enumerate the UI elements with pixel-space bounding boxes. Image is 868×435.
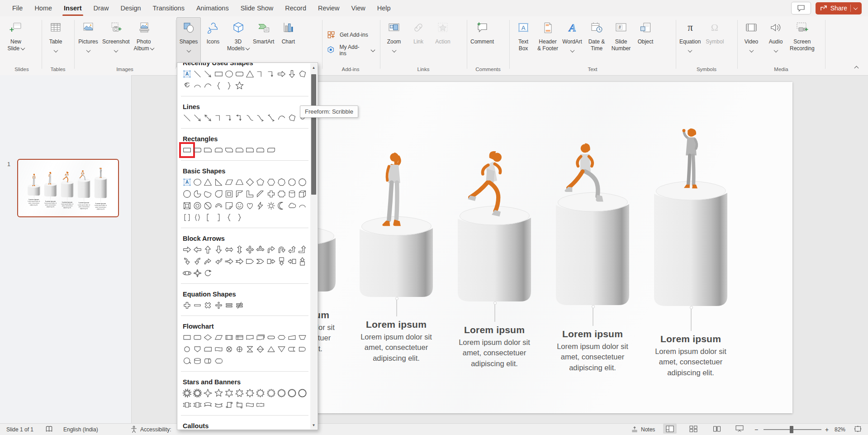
zoom-slider[interactable] — [764, 424, 821, 435]
shape-left-right-up-arrow-icon[interactable] — [256, 245, 265, 254]
shape-delay-icon[interactable] — [298, 344, 307, 354]
shape-snip-diagonal-icon[interactable] — [224, 145, 234, 155]
menu-tab-animations[interactable]: Animations — [190, 0, 235, 16]
shape-or-icon[interactable] — [235, 344, 244, 354]
shape-summing-junction-icon[interactable] — [224, 344, 234, 354]
shape-alternate-process-icon[interactable] — [193, 333, 202, 342]
my-addins-button[interactable]: My Add-ins — [323, 43, 378, 58]
shape-quad-arrow-icon[interactable] — [245, 245, 255, 254]
shape-right-brace-icon[interactable] — [235, 213, 244, 222]
zoom-button[interactable]: Zoom — [382, 17, 406, 68]
figure-lunging[interactable] — [79, 170, 88, 181]
shape-right-arrow-icon[interactable] — [277, 69, 286, 79]
shape-left-bracket-icon[interactable] — [203, 213, 213, 222]
shape-double-wave-icon[interactable] — [256, 400, 265, 410]
shape-left-arrow-icon[interactable] — [193, 245, 202, 254]
notes-toggle[interactable]: Notes — [631, 424, 655, 435]
column-heading[interactable]: Lorem ipsum — [92, 203, 109, 205]
shape-not-equal-icon[interactable] — [235, 301, 244, 310]
column-heading[interactable]: Lorem ipsum — [76, 202, 93, 204]
shape-teardrop-icon[interactable] — [214, 189, 223, 199]
chart-button[interactable]: Chart — [276, 17, 300, 68]
shape-chevron-arrow-icon[interactable] — [256, 257, 265, 266]
figure-presenting[interactable] — [674, 127, 708, 195]
shape-block-arc-icon[interactable] — [214, 201, 223, 210]
view-slideshow-button[interactable] — [733, 424, 746, 434]
shape-horizontal-scroll-icon[interactable] — [235, 400, 244, 410]
shape-diamond-icon[interactable] — [245, 177, 255, 187]
menu-tab-review[interactable]: Review — [312, 0, 346, 16]
symbol-button[interactable]: ΩSymbol — [702, 17, 727, 68]
column-heading[interactable]: Lorem ipsum — [641, 334, 740, 344]
shape-lightning-icon[interactable] — [256, 201, 265, 210]
shape-rounded-rectangle-icon[interactable] — [235, 69, 244, 79]
shape-left-brace-icon[interactable] — [214, 81, 223, 91]
shape-snip-round-single-icon[interactable] — [235, 145, 244, 155]
shape-multiplication-icon[interactable] — [203, 301, 213, 310]
shape-freeform-scribble-icon[interactable] — [182, 81, 192, 91]
shape-notched-right-arrow-icon[interactable] — [235, 257, 244, 266]
menu-tab-file[interactable]: File — [6, 0, 28, 16]
shape-hexagon-icon[interactable] — [266, 177, 276, 187]
shape-no-symbol-icon[interactable] — [203, 201, 213, 210]
shape-line-double-arrow-icon[interactable] — [203, 113, 213, 123]
photo-album-button[interactable]: PhotoAlbum — [132, 17, 156, 68]
scroll-down-icon[interactable]: ▼ — [310, 421, 317, 429]
shape-curved-left-arrow-icon[interactable] — [193, 257, 202, 266]
shape-cube-icon[interactable] — [298, 189, 307, 199]
menu-tab-help[interactable]: Help — [371, 0, 397, 16]
view-slide-sorter-button[interactable] — [687, 424, 700, 434]
shape-up-arrow-icon[interactable] — [203, 245, 213, 254]
shape-wave-icon[interactable] — [245, 400, 255, 410]
zoom-level[interactable]: 82% — [835, 424, 845, 435]
accessibility-checker[interactable]: Accessibility: — [130, 424, 171, 435]
shape-frame-icon[interactable] — [224, 189, 234, 199]
shape-predefined-process-icon[interactable] — [224, 333, 234, 342]
shape-elbow-arrow-connector-icon[interactable] — [224, 113, 234, 123]
comments-pane-button[interactable] — [791, 2, 811, 14]
shape-parallelogram-icon[interactable] — [224, 177, 234, 187]
dropdown-scrollbar[interactable]: ▲ ▼ — [310, 63, 317, 429]
column-body-text[interactable]: Lorem ipsum dolor sit amet, consectetuer… — [550, 341, 636, 373]
shape-double-brace-icon[interactable] — [193, 213, 202, 222]
shape-round-diagonal-icon[interactable] — [266, 145, 276, 155]
figure-standing-phone[interactable] — [375, 150, 413, 230]
column-body-text[interactable]: Lorem ipsum dolor sit amet, consectetuer… — [43, 202, 57, 208]
shape-punched-tape-icon[interactable] — [214, 344, 223, 354]
shape-diagonal-stripe-icon[interactable] — [256, 189, 265, 199]
shape-star-5-icon[interactable] — [235, 81, 244, 91]
shape-line-icon[interactable] — [182, 113, 192, 123]
date-time-button[interactable]: Date &Time — [584, 17, 609, 68]
figure-standing-phone[interactable] — [47, 172, 53, 185]
shape-cloud-icon[interactable] — [287, 201, 297, 210]
shape-curved-down-arrow-icon[interactable] — [214, 257, 223, 266]
shape-left-brace-icon[interactable] — [224, 213, 234, 222]
shape-sort-icon[interactable] — [256, 344, 265, 354]
comment-button[interactable]: Comment — [469, 17, 496, 68]
shape-snip-single-corner-icon[interactable] — [203, 145, 213, 155]
shape-cross-icon[interactable] — [266, 189, 276, 199]
pictures-button[interactable]: Pictures — [76, 17, 100, 68]
smartart-button[interactable]: SmartArt — [251, 17, 276, 68]
shape-star-6-icon[interactable] — [224, 388, 234, 398]
wordart-button[interactable]: AWordArt — [560, 17, 584, 68]
shape-heart-icon[interactable] — [245, 201, 255, 210]
column-heading[interactable]: Lorem ipsum — [42, 200, 59, 202]
shape-circular-arrow-icon[interactable] — [203, 268, 213, 278]
shape-pentagon-icon[interactable] — [256, 177, 265, 187]
column-body-text[interactable]: Lorem ipsum dolor sit amet, consectetuer… — [27, 201, 41, 206]
equation-button[interactable]: πEquation — [678, 17, 702, 68]
shape-star-4-icon[interactable] — [203, 388, 213, 398]
menu-tab-draw[interactable]: Draw — [88, 0, 115, 16]
shape-extract-icon[interactable] — [266, 344, 276, 354]
column-body-text[interactable]: Lorem ipsum dolor sit amet, consectetuer… — [76, 204, 91, 210]
shape-minus-icon[interactable] — [193, 301, 202, 310]
share-button[interactable]: Share — [816, 2, 862, 14]
shape-text-box-icon[interactable]: A — [182, 177, 192, 187]
shape-vertical-scroll-icon[interactable] — [224, 400, 234, 410]
shape-explosion-2-icon[interactable] — [193, 388, 202, 398]
shape-moon-icon[interactable] — [277, 201, 286, 210]
shape-pentagon-arrow-icon[interactable] — [245, 257, 255, 266]
shape-right-brace-icon[interactable] — [224, 81, 234, 91]
shape-down-ribbon-icon[interactable] — [193, 400, 202, 410]
